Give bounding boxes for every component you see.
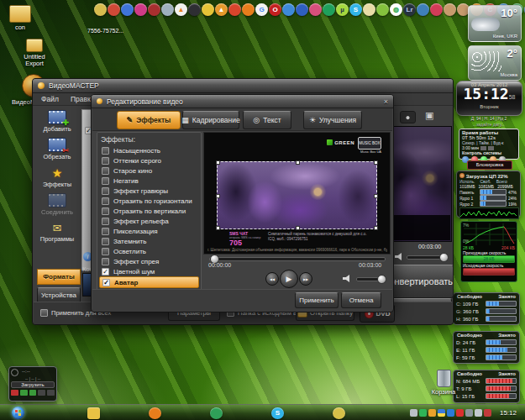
weather-widget-moscow[interactable]: 2° Москва xyxy=(468,45,522,81)
tray-icon-7[interactable] xyxy=(465,409,473,417)
dock-icon-15[interactable] xyxy=(282,3,295,16)
tab-enhance[interactable]: ☀Улучшения xyxy=(303,111,362,129)
selection-handle[interactable] xyxy=(374,226,378,230)
effect-row[interactable]: Эффект гравюры xyxy=(99,186,199,196)
window-titlebar[interactable]: ВидеоМАСТЕР xyxy=(33,79,453,93)
effect-row[interactable]: Затемнить xyxy=(99,236,199,246)
effect-row[interactable]: Пикселизация xyxy=(99,226,199,236)
effect-row[interactable]: Оттенки серого xyxy=(99,155,199,165)
snapshot-camera-icon[interactable] xyxy=(400,111,416,123)
effect-row[interactable]: Насыщенность xyxy=(99,145,199,155)
dl-chip-icon[interactable] xyxy=(11,390,18,396)
effect-checkbox[interactable] xyxy=(102,167,109,175)
dl-chip-icon[interactable] xyxy=(38,390,45,396)
selection-handle[interactable] xyxy=(374,160,378,165)
tray-icon-8[interactable] xyxy=(475,409,482,417)
dock-icon-2[interactable] xyxy=(108,3,120,16)
taskbar-clock[interactable]: 15:12 xyxy=(500,409,517,417)
desktop-icon-untitled-export[interactable]: Untitled Export xyxy=(15,39,54,67)
dock-icon-27[interactable] xyxy=(444,3,456,16)
disk-widget-2[interactable]: СвободноЗанятоD: 24 ГБE: 11 ГБF: 59 ГБ xyxy=(453,331,520,364)
effect-checkbox[interactable] xyxy=(102,157,109,165)
dock-icon-22[interactable] xyxy=(376,3,389,16)
next-frame-button[interactable]: ▶▶ xyxy=(299,272,312,286)
effect-checkbox[interactable]: ✓ xyxy=(102,279,110,286)
effect-row[interactable]: Осветлить xyxy=(99,246,199,256)
dock-icon-3[interactable] xyxy=(121,3,134,16)
clock-hint[interactable]: ...задайте дату... xyxy=(459,122,519,127)
dock-icon-12[interactable] xyxy=(242,3,255,16)
desktop-icon-recycle-bin[interactable]: Корзина xyxy=(425,370,462,396)
disk-widget-3[interactable]: СвободноЗанятоN: 684 МБT: 9 ГБL: 15 ГБ xyxy=(453,370,520,403)
tray-icon-5[interactable] xyxy=(447,409,454,417)
dock-icon-7[interactable]: ▲ xyxy=(175,3,187,16)
effect-checkbox[interactable] xyxy=(102,187,109,195)
speaker-icon[interactable] xyxy=(395,253,403,260)
sidebar-programs-button[interactable]: ✉ Программы xyxy=(37,218,77,246)
uptime-widget[interactable]: Время работы 0T 5h 50m 12s Синхр. | Тайм… xyxy=(459,129,519,160)
preview-volume-track[interactable] xyxy=(407,255,449,260)
effect-checkbox[interactable] xyxy=(102,147,109,155)
timer-chip[interactable] xyxy=(488,146,494,150)
crop-selection[interactable] xyxy=(217,161,377,229)
selection-handle[interactable] xyxy=(216,226,220,230)
effect-checkbox[interactable] xyxy=(102,258,109,265)
tab-crop[interactable]: ▦Кадрирование xyxy=(182,111,239,129)
sidebar-add-button[interactable]: ✚ Добавить xyxy=(37,108,77,135)
effect-checkbox[interactable]: ✓ xyxy=(102,268,109,276)
dock-icon-24[interactable]: Lr xyxy=(403,3,416,16)
sidebar-effects-button[interactable]: ★ Эффекты xyxy=(37,163,77,191)
dock-icon-25[interactable] xyxy=(417,3,429,16)
dock-icon-16[interactable] xyxy=(296,3,308,16)
dock-icon-20[interactable]: S xyxy=(349,3,362,16)
checkbox[interactable] xyxy=(40,309,48,317)
fullscreen-icon[interactable]: ▣ xyxy=(425,110,433,121)
desktop-icon-con[interactable]: con xyxy=(5,5,35,31)
taskbar-icon-5[interactable] xyxy=(333,407,345,419)
dock-icon-9[interactable] xyxy=(202,3,214,16)
cancel-button[interactable]: Отмена xyxy=(341,292,381,308)
dock-icon-4[interactable] xyxy=(134,3,147,16)
dock-icon-23[interactable]: ◍ xyxy=(390,3,402,16)
effect-checkbox[interactable] xyxy=(102,177,109,185)
prev-frame-button[interactable]: ◀◀ xyxy=(265,272,279,286)
dock-icon-8[interactable] xyxy=(188,3,201,16)
taskbar-icon-2[interactable] xyxy=(149,407,161,419)
close-icon[interactable]: × xyxy=(384,97,388,106)
network-widget[interactable]: 7% 0% 28 КБ204 КБ Приходящая скорость 28… xyxy=(460,221,517,282)
downloader-widget[interactable]: --:-- -- | -- | -- Загрузить xyxy=(8,366,57,402)
dock-icon-5[interactable] xyxy=(148,3,160,16)
sidebar-join-button[interactable]: Соединить xyxy=(37,191,77,218)
effect-row[interactable]: ✓Цветной шум xyxy=(99,266,199,276)
menu-file[interactable]: Файл xyxy=(41,95,59,103)
dock-icon-21[interactable] xyxy=(363,3,375,16)
volume-thumb[interactable] xyxy=(377,275,386,284)
apply-button[interactable]: Применить xyxy=(295,292,339,308)
effect-row[interactable]: Негатив xyxy=(99,176,199,186)
taskbar-icon-3[interactable] xyxy=(210,407,223,419)
disk-widget-1[interactable]: СвободноЗанятоC: 109 ГБG: 360 ГБH: 360 Г… xyxy=(453,292,520,325)
volume-icon[interactable] xyxy=(343,275,351,282)
dock-icon-18[interactable] xyxy=(323,3,335,16)
dock-icon-10[interactable]: ▲ xyxy=(215,3,228,16)
selection-handle[interactable] xyxy=(296,160,300,165)
start-button[interactable] xyxy=(12,407,24,419)
effect-row[interactable]: Эффект рельефа xyxy=(99,216,199,226)
lock-button[interactable]: Блокировка xyxy=(467,160,512,170)
effect-row[interactable]: Отразить по вертикали xyxy=(99,206,199,216)
nav-tab-formats[interactable]: Форматы xyxy=(37,269,81,285)
stop-icon[interactable] xyxy=(11,369,18,376)
selection-handle[interactable] xyxy=(216,194,220,198)
cpu-widget[interactable]: Загрузка ЦП 22% Исполь.Своб.Всего 1018МБ… xyxy=(456,171,521,218)
dock-icon-14[interactable]: O xyxy=(269,3,281,16)
clock-widget[interactable]: 03 Апрель 2012 15:1258 Вторник xyxy=(456,81,522,116)
effect-row[interactable]: ✓Аватар xyxy=(99,276,199,288)
tray-icon-1[interactable] xyxy=(410,409,417,417)
weather-widget-kiev[interactable]: 10° Киев, UKR xyxy=(468,5,522,42)
tray-icon-9[interactable] xyxy=(484,409,491,417)
taskbar-icon-1[interactable] xyxy=(87,407,100,419)
tray-icon-3[interactable] xyxy=(428,409,436,417)
dock-icon-19[interactable]: µ xyxy=(336,3,349,16)
dl-chip-icon[interactable] xyxy=(47,390,55,396)
dock-icon-17[interactable] xyxy=(309,3,322,16)
